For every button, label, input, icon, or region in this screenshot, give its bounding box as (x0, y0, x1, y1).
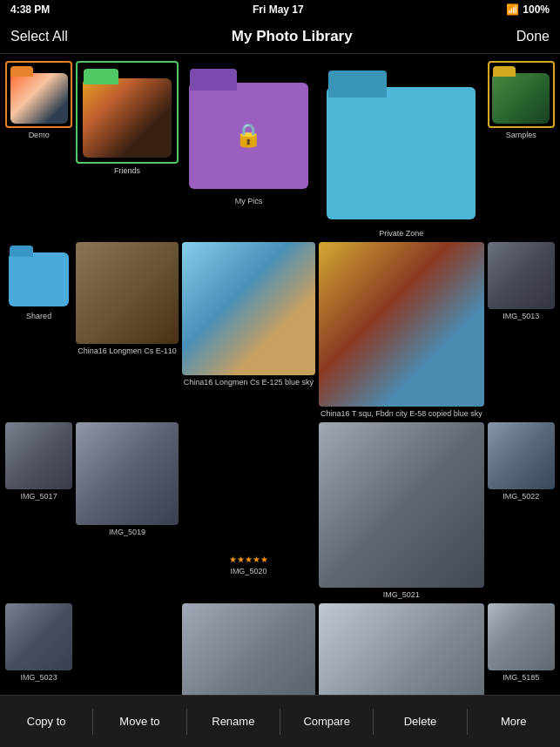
photo-grid: Demo Friends 🔒 (5, 61, 555, 695)
item-label: Samples (488, 131, 555, 140)
wifi-icon: 📶 (506, 3, 519, 16)
list-item[interactable]: IMG_5022 (488, 422, 555, 600)
copy-to-label: Copy to (27, 715, 66, 728)
move-to-button[interactable]: Move to (93, 696, 186, 747)
item-label: IMG_5021 (319, 590, 484, 600)
item-label: IMG_5020 (182, 567, 315, 576)
compare-label: Compare (303, 715, 349, 728)
status-bar: 4:38 PM Fri May 17 📶 100% (0, 0, 560, 19)
list-item[interactable]: Demo (5, 61, 72, 239)
compare-button[interactable]: Compare (280, 696, 373, 747)
list-item[interactable]: IMG_5021 (319, 422, 484, 600)
list-item[interactable]: Shared (5, 242, 72, 420)
nav-bar: Select All My Photo Library Done (0, 19, 560, 54)
item-label: China16 Longmen Cs E-125 blue sky (182, 378, 315, 387)
list-item[interactable]: IMG_5023 (5, 603, 72, 695)
item-label: China16 T squ, Fbdn city E-58 copied blu… (319, 409, 484, 419)
item-label: IMG_5023 (5, 673, 72, 683)
list-item[interactable]: ★★★★★ IMG_5020 (182, 422, 315, 600)
list-item[interactable]: IMG_5173 (76, 603, 179, 695)
copy-to-button[interactable]: Copy to (0, 696, 92, 747)
list-item[interactable]: IMG_5017 (5, 422, 72, 600)
status-time: 4:38 PM (10, 3, 50, 16)
list-item[interactable]: IMG_5013 (488, 242, 555, 420)
item-label: China16 Longmen Cs E-110 (76, 347, 179, 356)
done-button[interactable]: Done (516, 29, 550, 44)
item-label: Friends (76, 166, 179, 176)
list-item[interactable]: IMG_5185 (488, 603, 555, 695)
item-label: IMG_5185 (488, 673, 555, 683)
more-label: More (501, 715, 527, 728)
item-label: Demo (5, 131, 72, 140)
select-all-button[interactable]: Select All (10, 29, 68, 44)
delete-button[interactable]: Delete (374, 696, 466, 747)
rename-button[interactable]: Rename (187, 696, 280, 747)
list-item[interactable]: IMG_5019 (76, 422, 179, 600)
list-item[interactable]: 🔒 My Pics (182, 61, 315, 239)
list-item[interactable]: Friends (76, 61, 179, 239)
item-label: Shared (5, 312, 72, 321)
item-label: IMG_5013 (488, 312, 555, 321)
list-item[interactable]: Private Zone (319, 61, 484, 239)
list-item[interactable]: IMG_5184 (319, 603, 484, 695)
item-label: IMG_5017 (5, 492, 72, 501)
list-item[interactable]: China16 Longmen Cs E-110 (76, 242, 179, 420)
nav-title: My Photo Library (232, 28, 353, 45)
list-item[interactable]: China16 T squ, Fbdn city E-58 copied blu… (319, 242, 484, 420)
item-label: IMG_5022 (488, 492, 555, 501)
list-item[interactable]: ★★★★★ IMG_5183 (182, 603, 315, 695)
list-item[interactable]: Samples (488, 61, 555, 239)
move-to-label: Move to (119, 715, 159, 728)
status-right: 📶 100% (506, 3, 550, 16)
item-label: My Pics (182, 197, 315, 206)
rename-label: Rename (212, 715, 254, 728)
delete-label: Delete (404, 715, 437, 728)
list-item[interactable]: China16 Longmen Cs E-125 blue sky (182, 242, 315, 420)
item-label: Private Zone (319, 229, 484, 239)
status-date: Fri May 17 (253, 3, 304, 16)
bottom-toolbar: Copy to Move to Rename Compare Delete Mo… (0, 695, 560, 747)
item-label: IMG_5019 (76, 528, 179, 537)
battery-level: 100% (523, 3, 550, 16)
star-rating: ★★★★★ (229, 555, 268, 564)
photo-grid-container[interactable]: Demo Friends 🔒 (0, 54, 560, 695)
more-button[interactable]: More (468, 696, 560, 747)
